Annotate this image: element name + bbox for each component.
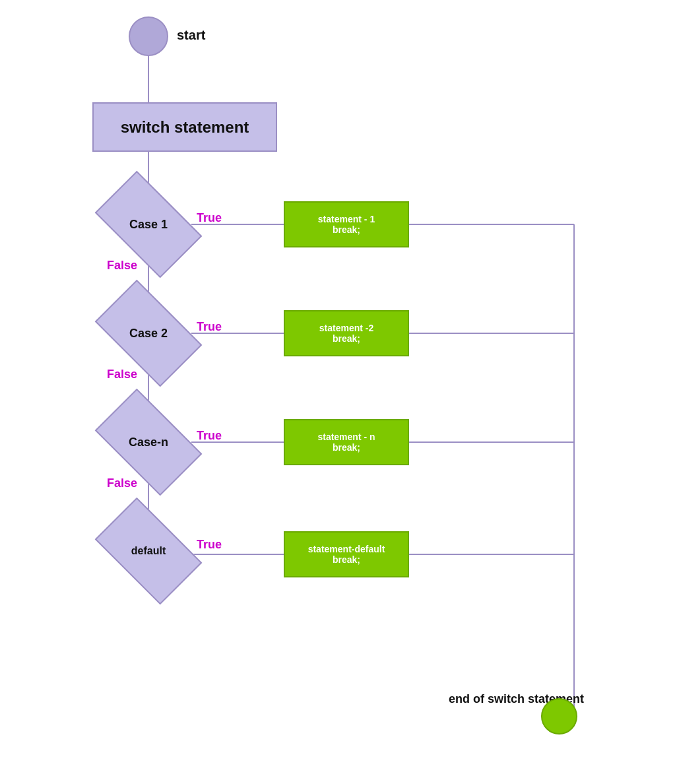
flowchart-diagram: start switch statement Case 1 True False… — [0, 0, 675, 784]
default-diamond-container: default — [102, 521, 195, 581]
casen-label: Case-n — [129, 436, 168, 449]
case1-true-label: True — [197, 211, 222, 225]
casen-false-label: False — [107, 476, 137, 490]
default-true-label: True — [197, 538, 222, 552]
case1-action-line2: break; — [333, 224, 360, 235]
casen-action-line2: break; — [333, 442, 360, 453]
case2-action-line1: statement -2 — [319, 323, 373, 333]
case1-action-line1: statement - 1 — [318, 214, 375, 224]
end-node — [541, 698, 577, 735]
case1-false-label: False — [107, 259, 137, 273]
case2-false-label: False — [107, 368, 137, 381]
start-node — [129, 16, 168, 56]
casen-action-line1: statement - n — [317, 432, 375, 442]
casen-true-label: True — [197, 429, 222, 443]
switch-box-label: switch statement — [121, 118, 249, 137]
casen-action-box: statement - n break; — [284, 419, 409, 465]
case2-label: Case 2 — [129, 327, 168, 341]
case2-action-line2: break; — [333, 333, 360, 344]
case2-true-label: True — [197, 320, 222, 334]
case2-diamond-container: Case 2 — [102, 304, 195, 363]
case2-action-box: statement -2 break; — [284, 310, 409, 356]
casen-diamond-container: Case-n — [102, 412, 195, 472]
switch-statement-box: switch statement — [92, 102, 277, 152]
start-label: start — [177, 28, 205, 43]
case1-action-box: statement - 1 break; — [284, 201, 409, 247]
default-action-box: statement-default break; — [284, 531, 409, 577]
case1-diamond-container: Case 1 — [102, 195, 195, 254]
default-action-line2: break; — [333, 554, 360, 565]
default-action-line1: statement-default — [308, 544, 385, 554]
case1-label: Case 1 — [129, 218, 168, 232]
default-label: default — [131, 545, 166, 557]
